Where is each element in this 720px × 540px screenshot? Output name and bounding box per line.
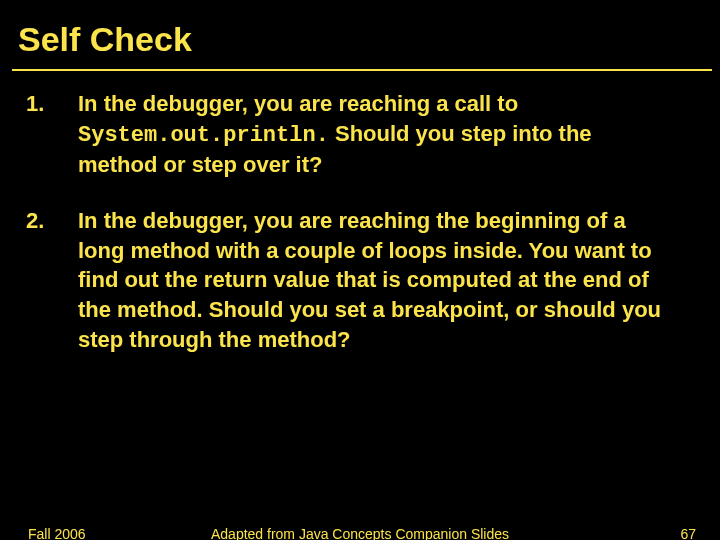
list-item: 1. In the debugger, you are reaching a c…: [26, 89, 692, 180]
footer-center: Adapted from Java Concepts Companion Sli…: [0, 526, 720, 540]
title-divider: [12, 69, 712, 71]
item-body: In the debugger, you are reaching a call…: [78, 89, 668, 180]
item-number: 1.: [26, 89, 78, 180]
question-list: 1. In the debugger, you are reaching a c…: [12, 89, 692, 357]
item-number: 2.: [26, 206, 78, 356]
slide-title: Self Check: [12, 20, 692, 65]
list-item: 2. In the debugger, you are reaching the…: [26, 206, 692, 356]
item-body: In the debugger, you are reaching the be…: [78, 206, 668, 356]
item-text: In the debugger, you are reaching the be…: [78, 208, 661, 352]
slide: Self Check 1. In the debugger, you are r…: [0, 0, 720, 540]
item-text: In the debugger, you are reaching a call…: [78, 91, 518, 116]
footer-right: 67: [680, 526, 696, 540]
item-code: System.out.println.: [78, 123, 329, 148]
